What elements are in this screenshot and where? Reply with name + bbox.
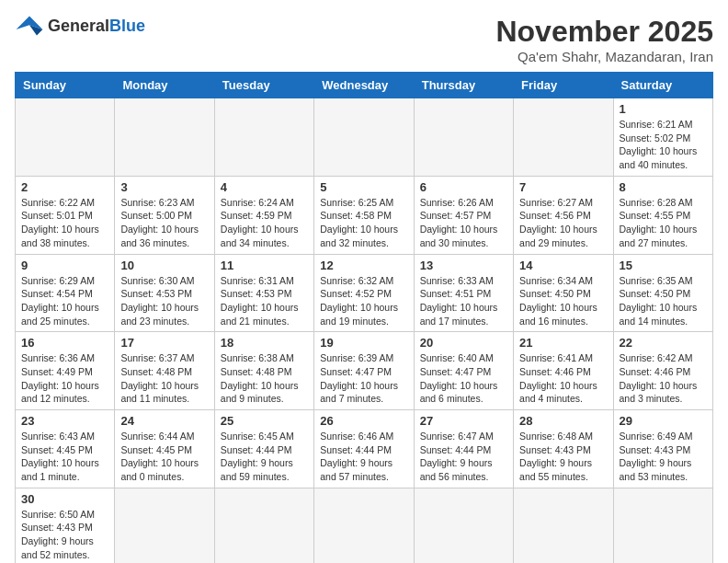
calendar-table: Sunday Monday Tuesday Wednesday Thursday… [15, 72, 713, 563]
day-number: 23 [21, 414, 108, 428]
calendar-week-2: 2Sunrise: 6:22 AMSunset: 5:01 PMDaylight… [16, 176, 713, 254]
day-number: 1 [620, 102, 707, 116]
calendar-week-3: 9Sunrise: 6:29 AMSunset: 4:54 PMDaylight… [16, 254, 713, 332]
day-number: 22 [620, 336, 707, 350]
day-number: 6 [420, 180, 507, 194]
day-cell-25: 25Sunrise: 6:45 AMSunset: 4:44 PMDayligh… [214, 410, 313, 488]
day-cell-23: 23Sunrise: 6:43 AMSunset: 4:45 PMDayligh… [16, 410, 115, 488]
day-number: 19 [320, 336, 407, 350]
logo-text: GeneralBlue [48, 17, 145, 36]
day-cell-28: 28Sunrise: 6:48 AMSunset: 4:43 PMDayligh… [514, 410, 613, 488]
title-block: November 2025 Qa'em Shahr, Mazandaran, I… [495, 15, 713, 64]
day-info: Sunrise: 6:36 AMSunset: 4:49 PMDaylight:… [21, 351, 108, 406]
day-cell-20: 20Sunrise: 6:40 AMSunset: 4:47 PMDayligh… [414, 332, 513, 410]
empty-cell [214, 98, 313, 177]
day-info: Sunrise: 6:37 AMSunset: 4:48 PMDaylight:… [120, 351, 208, 406]
day-number: 13 [420, 259, 507, 272]
empty-cell [214, 488, 313, 563]
day-info: Sunrise: 6:38 AMSunset: 4:48 PMDaylight:… [221, 351, 308, 406]
day-number: 27 [420, 414, 507, 428]
location: Qa'em Shahr, Mazandaran, Iran [495, 49, 713, 64]
empty-cell [115, 98, 214, 177]
logo: GeneralBlue [15, 15, 145, 37]
empty-cell [514, 488, 613, 563]
day-info: Sunrise: 6:39 AMSunset: 4:47 PMDaylight:… [320, 351, 407, 406]
day-number: 20 [420, 336, 507, 350]
day-number: 28 [519, 414, 607, 428]
day-info: Sunrise: 6:31 AMSunset: 4:53 PMDaylight:… [221, 274, 308, 328]
calendar-week-6: 30Sunrise: 6:50 AMSunset: 4:43 PMDayligh… [16, 488, 713, 563]
day-info: Sunrise: 6:25 AMSunset: 4:58 PMDaylight:… [320, 196, 407, 250]
day-info: Sunrise: 6:23 AMSunset: 5:00 PMDaylight:… [120, 196, 208, 250]
day-number: 14 [519, 259, 607, 272]
day-cell-1: 1 Sunrise: 6:21 AM Sunset: 5:02 PM Dayli… [613, 98, 712, 177]
day-cell-27: 27Sunrise: 6:47 AMSunset: 4:44 PMDayligh… [414, 410, 513, 488]
weekday-header-row: Sunday Monday Tuesday Wednesday Thursday… [16, 73, 713, 98]
day-cell-17: 17Sunrise: 6:37 AMSunset: 4:48 PMDayligh… [115, 332, 214, 410]
day-info: Sunrise: 6:24 AMSunset: 4:59 PMDaylight:… [221, 196, 308, 250]
empty-cell [514, 98, 613, 177]
day-info: Sunrise: 6:26 AMSunset: 4:57 PMDaylight:… [420, 196, 507, 250]
day-number: 21 [519, 336, 607, 350]
calendar-week-5: 23Sunrise: 6:43 AMSunset: 4:45 PMDayligh… [16, 410, 713, 488]
empty-cell [16, 98, 115, 177]
day-info: Sunrise: 6:21 AM Sunset: 5:02 PM Dayligh… [620, 118, 707, 172]
day-info: Sunrise: 6:42 AMSunset: 4:46 PMDaylight:… [620, 351, 707, 406]
header-thursday: Thursday [414, 73, 513, 98]
day-number: 9 [21, 259, 108, 272]
empty-cell [613, 488, 712, 563]
calendar-week-1: 1 Sunrise: 6:21 AM Sunset: 5:02 PM Dayli… [16, 98, 713, 177]
header-monday: Monday [115, 73, 214, 98]
day-number: 5 [320, 180, 407, 194]
day-cell-9: 9Sunrise: 6:29 AMSunset: 4:54 PMDaylight… [16, 254, 115, 332]
day-number: 4 [221, 180, 308, 194]
day-cell-19: 19Sunrise: 6:39 AMSunset: 4:47 PMDayligh… [314, 332, 414, 410]
day-cell-21: 21Sunrise: 6:41 AMSunset: 4:46 PMDayligh… [514, 332, 613, 410]
day-info: Sunrise: 6:47 AMSunset: 4:44 PMDaylight:… [420, 430, 507, 484]
day-number: 8 [620, 180, 707, 194]
day-info: Sunrise: 6:27 AMSunset: 4:56 PMDaylight:… [519, 196, 607, 250]
day-info: Sunrise: 6:40 AMSunset: 4:47 PMDaylight:… [420, 351, 507, 406]
day-cell-16: 16Sunrise: 6:36 AMSunset: 4:49 PMDayligh… [16, 332, 115, 410]
day-info: Sunrise: 6:44 AMSunset: 4:45 PMDaylight:… [120, 430, 208, 484]
day-number: 16 [21, 336, 108, 350]
day-cell-18: 18Sunrise: 6:38 AMSunset: 4:48 PMDayligh… [214, 332, 313, 410]
day-cell-8: 8Sunrise: 6:28 AMSunset: 4:55 PMDaylight… [613, 176, 712, 254]
day-info: Sunrise: 6:34 AMSunset: 4:50 PMDaylight:… [519, 274, 607, 328]
day-number: 25 [221, 414, 308, 428]
day-number: 3 [120, 180, 208, 194]
day-number: 2 [21, 180, 108, 194]
logo-icon [15, 15, 44, 37]
day-cell-6: 6Sunrise: 6:26 AMSunset: 4:57 PMDaylight… [414, 176, 513, 254]
day-number: 29 [620, 414, 707, 428]
empty-cell [115, 488, 214, 563]
day-cell-22: 22Sunrise: 6:42 AMSunset: 4:46 PMDayligh… [613, 332, 712, 410]
logo-general: General [48, 17, 109, 35]
day-info: Sunrise: 6:46 AMSunset: 4:44 PMDaylight:… [320, 430, 407, 484]
day-number: 15 [620, 259, 707, 272]
day-cell-29: 29Sunrise: 6:49 AMSunset: 4:43 PMDayligh… [613, 410, 712, 488]
day-cell-13: 13Sunrise: 6:33 AMSunset: 4:51 PMDayligh… [414, 254, 513, 332]
day-info: Sunrise: 6:29 AMSunset: 4:54 PMDaylight:… [21, 274, 108, 328]
page-header: GeneralBlue November 2025 Qa'em Shahr, M… [15, 15, 713, 64]
day-info: Sunrise: 6:28 AMSunset: 4:55 PMDaylight:… [620, 196, 707, 250]
header-wednesday: Wednesday [314, 73, 414, 98]
empty-cell [414, 488, 513, 563]
day-cell-7: 7Sunrise: 6:27 AMSunset: 4:56 PMDaylight… [514, 176, 613, 254]
day-cell-11: 11Sunrise: 6:31 AMSunset: 4:53 PMDayligh… [214, 254, 313, 332]
day-cell-3: 3Sunrise: 6:23 AMSunset: 5:00 PMDaylight… [115, 176, 214, 254]
day-cell-4: 4Sunrise: 6:24 AMSunset: 4:59 PMDaylight… [214, 176, 313, 254]
day-info: Sunrise: 6:41 AMSunset: 4:46 PMDaylight:… [519, 351, 607, 406]
header-friday: Friday [514, 73, 613, 98]
day-cell-14: 14Sunrise: 6:34 AMSunset: 4:50 PMDayligh… [514, 254, 613, 332]
day-info: Sunrise: 6:22 AMSunset: 5:01 PMDaylight:… [21, 196, 108, 250]
day-cell-15: 15Sunrise: 6:35 AMSunset: 4:50 PMDayligh… [613, 254, 712, 332]
day-number: 24 [120, 414, 208, 428]
day-info: Sunrise: 6:30 AMSunset: 4:53 PMDaylight:… [120, 274, 208, 328]
day-cell-10: 10Sunrise: 6:30 AMSunset: 4:53 PMDayligh… [115, 254, 214, 332]
day-info: Sunrise: 6:49 AMSunset: 4:43 PMDaylight:… [620, 430, 707, 484]
day-number: 10 [120, 259, 208, 272]
day-info: Sunrise: 6:32 AMSunset: 4:52 PMDaylight:… [320, 274, 407, 328]
day-info: Sunrise: 6:43 AMSunset: 4:45 PMDaylight:… [21, 430, 108, 484]
day-number: 12 [320, 259, 407, 272]
